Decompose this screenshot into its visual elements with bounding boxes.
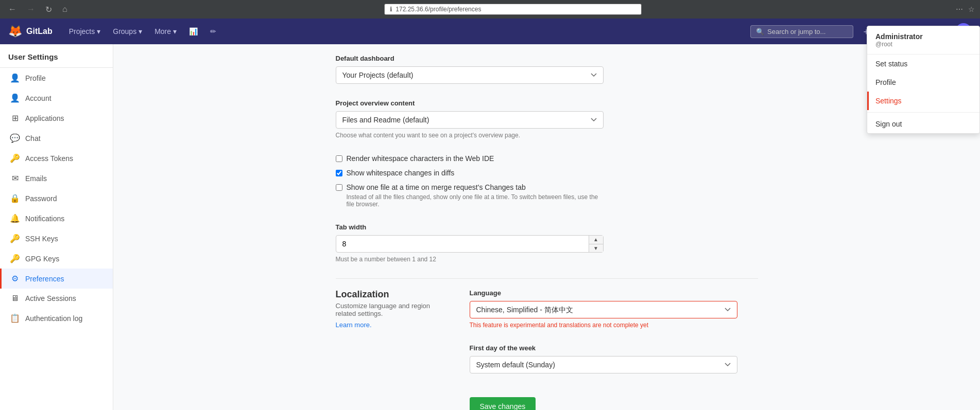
applications-icon: ⊞ xyxy=(10,113,20,123)
sidebar-label-active-sessions: Active Sessions xyxy=(25,294,76,302)
address-bar[interactable]: ℹ 172.25.36.6/profile/preferences xyxy=(384,4,642,15)
sidebar-label-preferences: Preferences xyxy=(25,275,64,283)
sidebar-item-ssh-keys[interactable]: 🔑 SSH Keys xyxy=(0,228,113,248)
one-file-row: Show one file at a time on merge request… xyxy=(336,183,604,208)
sidebar-label-password: Password xyxy=(25,194,57,203)
dropdown-handle: @root xyxy=(875,41,971,48)
search-bar[interactable]: 🔍 Search or jump to... xyxy=(750,25,853,38)
first-day-label: First day of the week xyxy=(470,344,758,352)
default-dashboard-section: Default dashboard Your Projects (default… xyxy=(336,55,758,84)
dropdown-header: Administrator @root xyxy=(867,26,979,55)
search-icon: 🔍 xyxy=(756,28,764,35)
language-section: Language Chinese, Simplified - 简体中文 Engl… xyxy=(470,289,758,329)
render-whitespace-label: Render whitespace characters in the Web … xyxy=(347,154,494,163)
checkboxes-section: Render whitespace characters in the Web … xyxy=(336,154,758,208)
project-overview-label: Project overview content xyxy=(336,99,758,107)
one-file-label: Show one file at a time on merge request… xyxy=(347,183,604,208)
sidebar-label-ssh-keys: SSH Keys xyxy=(25,235,58,243)
sidebar-label-auth-log: Authentication log xyxy=(25,314,82,323)
browser-right-icons: ⋯ ☆ xyxy=(956,5,975,13)
project-overview-select[interactable]: Files and Readme (default) Readme Activi… xyxy=(336,111,604,129)
sidebar-item-emails[interactable]: ✉ Emails xyxy=(0,168,113,188)
browser-refresh[interactable]: ↻ xyxy=(42,4,55,15)
url-text: 172.25.36.6/profile/preferences xyxy=(396,6,481,13)
default-dashboard-label: Default dashboard xyxy=(336,55,758,62)
nav-more-chevron: ▾ xyxy=(173,27,177,35)
language-label: Language xyxy=(470,289,758,297)
localization-section: Localization Customize language and regi… xyxy=(336,289,758,410)
auth-log-icon: 📋 xyxy=(10,313,20,323)
gitlab-logo[interactable]: 🦊 GitLab xyxy=(8,25,53,38)
gpg-keys-icon: 🔑 xyxy=(10,254,20,263)
nav-groups-chevron: ▾ xyxy=(139,27,142,35)
gitlab-fox-icon: 🦊 xyxy=(8,25,22,38)
sidebar-label-chat: Chat xyxy=(25,134,41,142)
dropdown-set-status[interactable]: Set status xyxy=(867,55,979,73)
one-file-text: Show one file at a time on merge request… xyxy=(347,183,604,191)
save-changes-button[interactable]: Save changes xyxy=(470,397,536,410)
browser-home[interactable]: ⌂ xyxy=(59,4,71,15)
first-day-section: First day of the week System default (Su… xyxy=(470,344,758,373)
tab-width-up[interactable]: ▲ xyxy=(589,236,603,244)
project-overview-hint: Choose what content you want to see on a… xyxy=(336,132,604,139)
browser-back[interactable]: ← xyxy=(5,4,20,15)
localization-fields: Language Chinese, Simplified - 简体中文 Engl… xyxy=(470,289,758,410)
render-whitespace-row: Render whitespace characters in the Web … xyxy=(336,154,604,163)
sidebar-item-access-tokens[interactable]: 🔑 Access Tokens xyxy=(0,148,113,168)
snippets-icon: ✏ xyxy=(210,27,216,35)
localization-description: Localization Customize language and regi… xyxy=(336,289,449,410)
activity-chart-icon: 📊 xyxy=(189,27,198,35)
nav-projects[interactable]: Projects ▾ xyxy=(63,19,107,44)
bookmark-icon: ☆ xyxy=(968,5,975,13)
sidebar-item-chat[interactable]: 💬 Chat xyxy=(0,128,113,148)
sidebar-label-access-tokens: Access Tokens xyxy=(25,154,73,163)
tab-width-section: Tab width ▲ ▼ Must be a number between 1… xyxy=(336,223,758,263)
dropdown-sign-out[interactable]: Sign out xyxy=(867,115,979,133)
sidebar-item-password[interactable]: 🔒 Password xyxy=(0,188,113,208)
emails-icon: ✉ xyxy=(10,173,20,183)
dropdown-profile[interactable]: Profile xyxy=(867,73,979,92)
sidebar-item-notifications[interactable]: 🔔 Notifications xyxy=(0,208,113,228)
tab-width-input[interactable] xyxy=(336,235,604,253)
sidebar-item-account[interactable]: 👤 Account xyxy=(0,88,113,108)
page-layout: User Settings 👤 Profile 👤 Account ⊞ Appl… xyxy=(0,44,980,410)
first-day-select[interactable]: System default (Sunday) Sunday Monday Sa… xyxy=(470,356,737,373)
sidebar-item-auth-log[interactable]: 📋 Authentication log xyxy=(0,308,113,328)
lock-icon: ℹ xyxy=(390,6,392,13)
tab-width-label: Tab width xyxy=(336,223,758,231)
chat-icon: 💬 xyxy=(10,133,20,143)
language-select[interactable]: Chinese, Simplified - 简体中文 English Frenc… xyxy=(470,301,737,318)
show-whitespace-text: Show whitespace changes in diffs xyxy=(347,169,455,177)
sidebar: User Settings 👤 Profile 👤 Account ⊞ Appl… xyxy=(0,44,113,410)
tab-width-hint: Must be a number between 1 and 12 xyxy=(336,256,604,263)
tab-width-down[interactable]: ▼ xyxy=(589,244,603,253)
sidebar-label-applications: Applications xyxy=(25,114,64,122)
nav-snippets[interactable]: ✏ xyxy=(204,19,222,44)
profile-icon: 👤 xyxy=(10,73,20,83)
nav-projects-label: Projects xyxy=(69,27,95,35)
default-dashboard-select[interactable]: Your Projects (default) Starred Projects… xyxy=(336,66,604,84)
nav-groups[interactable]: Groups ▾ xyxy=(107,19,148,44)
tab-width-spinners: ▲ ▼ xyxy=(589,236,603,252)
render-whitespace-checkbox[interactable] xyxy=(336,155,342,162)
nav-more[interactable]: More ▾ xyxy=(148,19,183,44)
show-whitespace-checkbox[interactable] xyxy=(336,170,342,176)
nav-groups-label: Groups xyxy=(113,27,136,35)
browser-forward[interactable]: → xyxy=(24,4,38,15)
sidebar-item-gpg-keys[interactable]: 🔑 GPG Keys xyxy=(0,248,113,269)
one-file-checkbox[interactable] xyxy=(336,184,342,191)
nav-more-label: More xyxy=(154,27,171,35)
localization-learn-more[interactable]: Learn more. xyxy=(336,321,372,329)
section-divider xyxy=(336,278,758,279)
localization-desc: Customize language and region related se… xyxy=(336,302,449,317)
sidebar-item-profile[interactable]: 👤 Profile xyxy=(0,68,113,88)
sidebar-item-preferences[interactable]: ⚙ Preferences xyxy=(0,269,113,289)
gitlab-wordmark: GitLab xyxy=(26,27,53,36)
show-whitespace-label: Show whitespace changes in diffs xyxy=(347,169,455,177)
extensions-icon: ⋯ xyxy=(956,5,963,13)
nav-activity[interactable]: 📊 xyxy=(183,19,204,44)
sidebar-item-applications[interactable]: ⊞ Applications xyxy=(0,108,113,128)
sidebar-item-active-sessions[interactable]: 🖥 Active Sessions xyxy=(0,289,113,308)
dropdown-settings[interactable]: Settings xyxy=(867,92,979,110)
browser-chrome: ← → ↻ ⌂ ℹ 172.25.36.6/profile/preference… xyxy=(0,0,980,19)
